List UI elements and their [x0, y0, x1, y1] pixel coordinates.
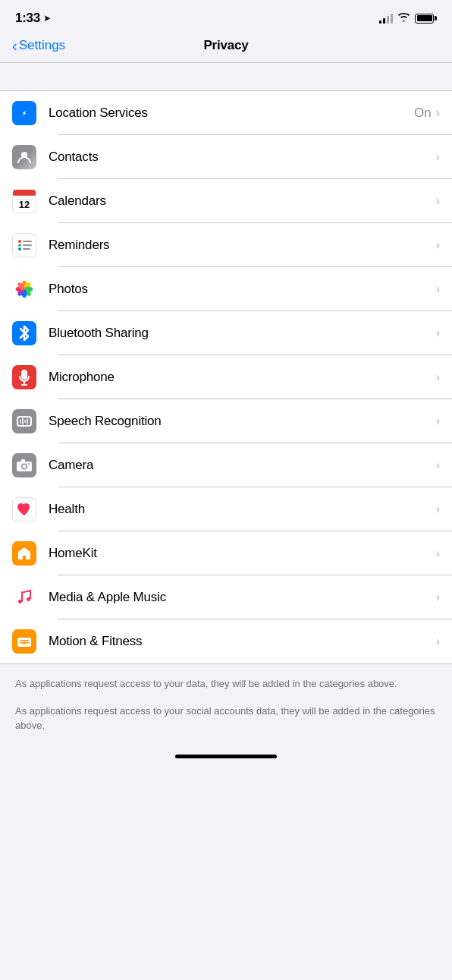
homekit-icon [12, 541, 36, 566]
calendars-label: Calendars [49, 194, 436, 209]
back-button[interactable]: ‹ Settings [12, 38, 65, 53]
settings-item-location-services[interactable]: Location Services On › [0, 91, 452, 135]
svg-point-6 [18, 240, 21, 243]
settings-item-health[interactable]: Health › [0, 487, 452, 531]
photos-icon [12, 277, 36, 301]
media-apple-music-icon [12, 585, 36, 610]
footer-text-2: As applications request access to your s… [0, 704, 452, 745]
section-spacer [0, 63, 452, 90]
bluetooth-sharing-label: Bluetooth Sharing [49, 326, 436, 341]
photos-chevron-icon: › [436, 282, 440, 296]
svg-text:12: 12 [19, 199, 30, 210]
wifi-icon [397, 12, 410, 24]
settings-item-microphone[interactable]: Microphone › [0, 355, 452, 399]
camera-chevron-icon: › [436, 458, 440, 472]
location-services-icon [12, 101, 36, 125]
svg-rect-32 [21, 459, 25, 462]
motion-fitness-icon: ≡ [12, 629, 36, 654]
speech-recognition-chevron-icon: › [436, 414, 440, 428]
settings-item-reminders[interactable]: Reminders › [0, 223, 452, 267]
back-chevron-icon: ‹ [12, 38, 17, 53]
calendars-chevron-icon: › [436, 194, 440, 208]
homekit-label: HomeKit [49, 546, 436, 561]
svg-rect-37 [20, 642, 29, 644]
calendars-icon: 12 [12, 189, 36, 213]
footer-text-1: As applications request access to your d… [0, 664, 452, 704]
status-icons [379, 12, 437, 24]
svg-point-8 [18, 247, 21, 251]
svg-rect-24 [17, 417, 31, 426]
reminders-label: Reminders [49, 238, 436, 253]
svg-rect-36 [20, 640, 29, 641]
bluetooth-sharing-chevron-icon: › [436, 326, 440, 340]
signal-bars-icon [379, 13, 393, 24]
status-bar: 1:33 ➤ [0, 0, 452, 32]
location-indicator-icon: ➤ [43, 13, 51, 24]
settings-item-homekit[interactable]: HomeKit › [0, 531, 452, 575]
microphone-icon [12, 365, 36, 389]
status-time: 1:33 [15, 11, 40, 26]
home-indicator [0, 745, 452, 764]
battery-icon [415, 14, 437, 24]
settings-item-speech-recognition[interactable]: Speech Recognition › [0, 399, 452, 443]
svg-point-33 [28, 463, 30, 465]
motion-fitness-label: Motion & Fitness [49, 634, 436, 649]
location-services-chevron-icon: › [436, 106, 440, 120]
nav-bar: ‹ Settings Privacy [0, 32, 452, 62]
bluetooth-sharing-icon [12, 321, 36, 345]
health-label: Health [49, 502, 436, 517]
camera-icon [12, 453, 36, 477]
media-apple-music-chevron-icon: › [436, 591, 440, 604]
homekit-chevron-icon: › [436, 547, 440, 560]
page-title: Privacy [203, 38, 248, 53]
settings-item-motion-fitness[interactable]: ≡ Motion & Fitness › [0, 619, 452, 663]
settings-item-calendars[interactable]: 12 Calendars › [0, 179, 452, 223]
svg-point-31 [23, 465, 27, 468]
settings-item-contacts[interactable]: Contacts › [0, 135, 452, 179]
health-chevron-icon: › [436, 503, 440, 516]
media-apple-music-label: Media & Apple Music [49, 590, 436, 605]
svg-rect-21 [21, 370, 27, 380]
svg-point-7 [18, 244, 21, 247]
settings-item-bluetooth-sharing[interactable]: Bluetooth Sharing › [0, 311, 452, 355]
settings-item-media-apple-music[interactable]: Media & Apple Music › [0, 575, 452, 619]
speech-recognition-label: Speech Recognition [49, 414, 436, 429]
svg-rect-3 [13, 193, 36, 195]
speech-recognition-icon [12, 409, 36, 433]
reminders-chevron-icon: › [436, 238, 440, 252]
camera-label: Camera [49, 458, 436, 473]
photos-label: Photos [49, 282, 436, 297]
back-label: Settings [19, 38, 65, 53]
settings-item-camera[interactable]: Camera › [0, 443, 452, 487]
contacts-chevron-icon: › [436, 150, 440, 164]
settings-item-photos[interactable]: Photos › [0, 267, 452, 311]
contacts-icon [12, 145, 36, 169]
health-icon [12, 497, 36, 522]
contacts-label: Contacts [49, 150, 436, 165]
microphone-label: Microphone [49, 370, 436, 385]
location-services-value: On [414, 106, 432, 121]
location-services-label: Location Services [49, 106, 414, 121]
home-bar [175, 755, 277, 758]
settings-list: Location Services On › Contacts › 12 Cal… [0, 90, 452, 664]
motion-fitness-chevron-icon: › [436, 635, 440, 648]
microphone-chevron-icon: › [436, 370, 440, 384]
reminders-icon [12, 233, 36, 257]
